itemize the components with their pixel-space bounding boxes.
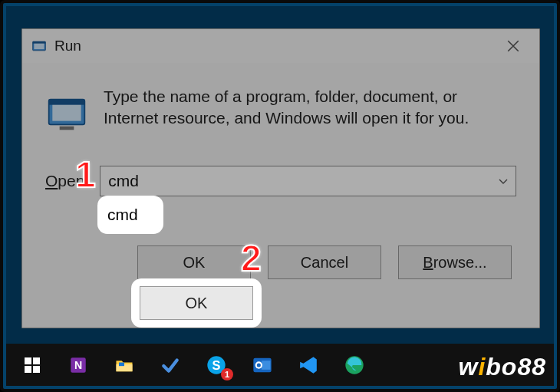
svg-rect-4 <box>52 103 81 120</box>
callout-step-2: 2 <box>241 237 262 279</box>
skype-badge: 1 <box>221 368 233 380</box>
svg-rect-9 <box>33 366 40 373</box>
prompt-text: Type the name of a program, folder, docu… <box>104 86 516 133</box>
svg-text:N: N <box>74 359 82 371</box>
open-input-value: cmd <box>108 172 139 190</box>
close-button[interactable] <box>496 29 530 63</box>
svg-rect-8 <box>25 366 31 373</box>
run-icon <box>31 38 47 54</box>
ok-button[interactable]: OK <box>137 245 251 279</box>
svg-rect-7 <box>33 357 40 364</box>
run-large-icon <box>45 91 88 133</box>
edge-icon[interactable] <box>333 347 376 384</box>
skype-icon[interactable]: S 1 <box>195 347 238 384</box>
file-explorer-icon[interactable] <box>103 347 146 384</box>
titlebar: Run <box>22 29 539 63</box>
dialog-title: Run <box>54 38 496 54</box>
chevron-down-icon[interactable] <box>499 175 508 187</box>
svg-rect-1 <box>34 43 44 49</box>
run-dialog: Run Type the name of a program, folder, … <box>21 28 540 328</box>
todo-icon[interactable] <box>149 347 192 384</box>
highlight-input: cmd <box>100 198 161 232</box>
highlight-ok: OK <box>133 281 259 325</box>
svg-text:S: S <box>212 357 221 371</box>
ok-button-highlight[interactable]: OK <box>140 286 253 320</box>
svg-rect-13 <box>119 362 124 366</box>
outlook-icon[interactable] <box>241 347 284 384</box>
callout-step-1: 1 <box>75 153 96 196</box>
open-combobox[interactable]: cmd <box>100 166 516 196</box>
button-row: OK Cancel Browse... <box>45 245 516 279</box>
svg-rect-2 <box>33 41 46 44</box>
browse-button[interactable]: Browse... <box>398 245 512 279</box>
svg-rect-5 <box>49 100 85 105</box>
svg-rect-17 <box>262 361 271 370</box>
screenshot-frame: Run Type the name of a program, folder, … <box>0 0 560 392</box>
watermark: wibo88 <box>459 353 546 381</box>
svg-point-19 <box>257 363 261 367</box>
svg-rect-6 <box>25 357 31 364</box>
vscode-icon[interactable] <box>287 347 330 384</box>
onenote-icon[interactable]: N <box>57 347 100 384</box>
dialog-body: Type the name of a program, folder, docu… <box>22 63 539 293</box>
cancel-button[interactable]: Cancel <box>268 245 381 279</box>
start-button[interactable] <box>11 347 54 384</box>
